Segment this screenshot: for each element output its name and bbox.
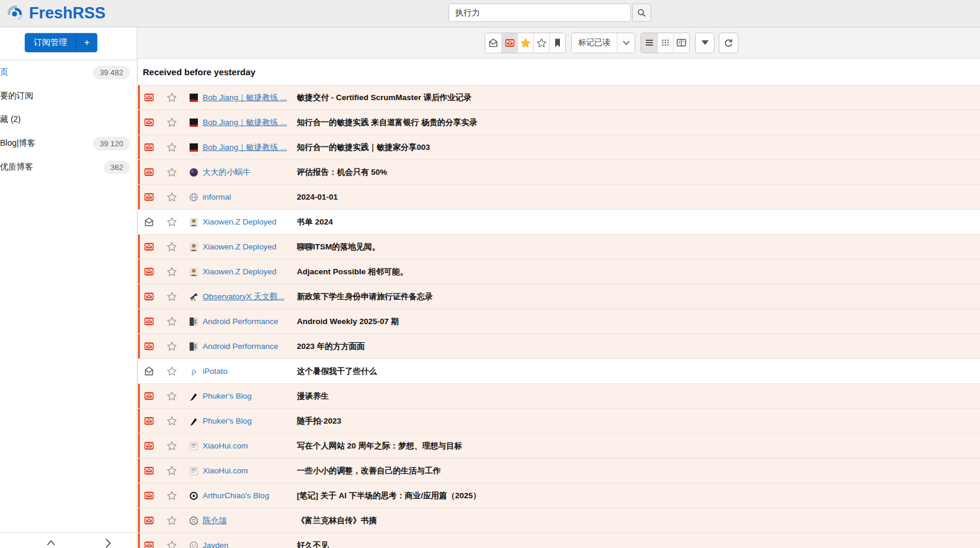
entry-row[interactable]: 陈仓颉 《富兰克林自传》书摘 [138,508,980,533]
sidebar-item-main[interactable]: 页 39 482 [0,60,137,84]
filter-bookmark-button[interactable] [549,33,565,53]
search-input[interactable] [449,4,631,22]
filter-read-button[interactable] [485,33,501,53]
view-reader-button[interactable] [673,33,689,53]
read-toggle-button[interactable] [144,540,154,548]
read-toggle-button[interactable] [144,441,154,451]
entry-star-button[interactable] [166,92,177,102]
feed-name-link[interactable]: Xiaowen.Z Deployed [203,217,292,226]
entry-row[interactable]: Xiaowen.Z Deployed 聊聊ITSM的落地见闻。 [138,234,980,259]
entry-title-link[interactable]: 随手拍·2023 [297,416,980,427]
feed-name-link[interactable]: Android Performance [203,317,292,326]
feed-name-link[interactable]: Jayden [203,541,292,548]
entry-title-link[interactable]: Android Weekly 2025-07 期 [297,316,980,327]
entry-star-button[interactable] [166,217,177,227]
entry-row[interactable]: ρ iPotato 这个暑假我干了些什么 [138,358,980,383]
feed-name-link[interactable]: ObservatoryX 天文觀... [203,291,292,302]
entry-row[interactable]: ObservatoryX 天文觀... 新政策下学生身份申请旅行证件备忘录 [138,284,980,309]
read-toggle-button[interactable] [144,366,154,376]
filter-starred-button[interactable] [517,33,533,53]
read-toggle-button[interactable] [144,491,154,501]
subscription-manage-button[interactable]: 订阅管理 [25,33,76,52]
read-toggle-button[interactable] [144,391,154,401]
entry-title-link[interactable]: 新政策下学生身份申请旅行证件备忘录 [297,291,980,302]
entry-star-button[interactable] [166,142,177,152]
read-toggle-button[interactable] [144,117,154,127]
entry-star-button[interactable] [166,316,177,326]
entry-star-button[interactable] [166,441,177,451]
read-toggle-button[interactable] [144,142,154,152]
feed-name-link[interactable]: informal [203,193,292,201]
mark-read-button[interactable]: 标记已读 [572,33,617,53]
entry-title-link[interactable]: 评估报告：机会只有 50% [297,167,980,178]
entry-title-link[interactable]: 这个暑假我干了些什么 [297,366,980,377]
feed-name-link[interactable]: Phuker's Blog [203,416,292,425]
refresh-button[interactable] [719,33,738,53]
feed-name-link[interactable]: 大大的小蜗牛 [203,167,292,178]
entry-star-button[interactable] [166,540,177,548]
entry-title-link[interactable]: [笔记] 关于 AI 下半场的思考：商业/应用篇（2025） [297,491,980,501]
entry-title-link[interactable]: 敏捷交付 - Certified ScrumMaster 课后作业记录 [297,92,980,103]
entry-title-link[interactable]: 2024-01-01 [297,193,980,201]
feed-name-link[interactable]: Bob Jiang｜敏捷教练 ... [203,117,292,128]
sidebar-item-favorites[interactable]: 藏 (2) [0,108,137,132]
sidebar-item-blog-category[interactable]: Blog|博客 39 120 [0,132,137,155]
entry-star-button[interactable] [166,416,177,426]
feed-name-link[interactable]: XiaoHui.com [203,466,292,475]
read-toggle-button[interactable] [144,242,154,252]
entry-row[interactable]: Phuker's Blog 随手拍·2023 [138,408,980,433]
filter-unstarred-button[interactable] [533,33,549,53]
entry-row[interactable]: XiaoHui.com 一些小小的调整，改善自己的生活与工作 [138,458,980,483]
entry-row[interactable]: Android Performance 2023 年的方方面面 [138,334,980,358]
entry-row[interactable]: Phuker's Blog 漫谈养生 [138,383,980,408]
read-toggle-button[interactable] [144,267,154,277]
view-grid-button[interactable] [657,33,673,53]
view-list-button[interactable] [641,33,657,53]
feed-name-link[interactable]: iPotato [203,367,292,376]
read-toggle-button[interactable] [144,192,154,202]
entry-row[interactable]: Xiaowen.Z Deployed 书单 2024 [138,209,980,234]
feed-name-link[interactable]: 陈仓颉 [203,515,292,526]
read-toggle-button[interactable] [144,217,154,227]
read-toggle-button[interactable] [144,341,154,351]
entry-star-button[interactable] [166,491,177,501]
entry-title-link[interactable]: 《富兰克林自传》书摘 [297,515,980,526]
mark-read-dropdown-button[interactable] [617,33,635,53]
feed-name-link[interactable]: Xiaowen.Z Deployed [203,267,292,276]
pager-next-button[interactable] [102,537,114,548]
read-toggle-button[interactable] [144,466,154,476]
feed-name-link[interactable]: Bob Jiang｜敏捷教练 ... [203,142,292,153]
entry-star-button[interactable] [166,466,177,476]
entry-row[interactable]: Bob Jiang｜敏捷教练 ... 知行合一的敏捷实践｜敏捷家分享003 [138,134,980,159]
read-toggle-button[interactable] [144,167,154,177]
feed-name-link[interactable]: Xiaowen.Z Deployed [203,242,292,251]
add-feed-button[interactable]: + [76,33,97,52]
entry-title-link[interactable]: 好久不见 [297,540,980,548]
sidebar-item-quality-blogs[interactable]: 优质博客 362 [0,155,137,179]
entry-title-link[interactable]: 知行合一的敏捷实践 来自道富银行 杨贵的分享实录 [297,117,980,128]
entry-title-link[interactable]: 写在个人网站 20 周年之际：梦想、理想与目标 [297,441,980,451]
feed-name-link[interactable]: ArthurChiao's Blog [203,491,292,500]
entry-star-button[interactable] [166,515,177,525]
entry-title-link[interactable]: 聊聊ITSM的落地见闻。 [297,242,980,252]
read-toggle-button[interactable] [144,316,154,326]
entry-row[interactable]: informal 2024-01-01 [138,184,980,209]
search-button[interactable] [632,4,651,22]
entry-star-button[interactable] [166,291,177,302]
filter-unread-button[interactable] [501,33,517,53]
filter-menu-button[interactable] [695,33,715,53]
entry-row[interactable]: Jayden 好久不见 [138,533,980,548]
entry-star-button[interactable] [166,242,177,252]
entry-row[interactable]: Android Performance Android Weekly 2025-… [138,309,980,334]
feed-name-link[interactable]: XiaoHui.com [203,441,292,450]
entry-row[interactable]: Bob Jiang｜敏捷教练 ... 敏捷交付 - Certified Scru… [138,85,980,110]
entry-star-button[interactable] [166,192,177,202]
read-toggle-button[interactable] [144,92,154,102]
entry-star-button[interactable] [166,391,177,401]
entry-row[interactable]: ArthurChiao's Blog [笔记] 关于 AI 下半场的思考：商业/… [138,483,980,508]
entry-star-button[interactable] [166,366,177,376]
entry-title-link[interactable]: 知行合一的敏捷实践｜敏捷家分享003 [297,142,980,153]
entry-row[interactable]: Bob Jiang｜敏捷教练 ... 知行合一的敏捷实践 来自道富银行 杨贵的分… [138,110,980,134]
entry-title-link[interactable]: 书单 2024 [297,217,980,227]
entry-star-button[interactable] [166,267,177,277]
